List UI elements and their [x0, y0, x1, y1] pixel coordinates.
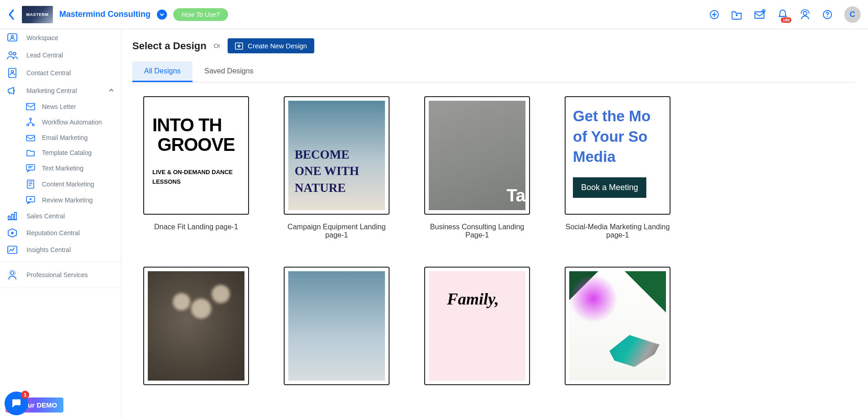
- design-thumbnail: Get the Mo of Your So Media Book a Meeti…: [565, 96, 670, 215]
- thumb-text: Get the Mo: [573, 106, 662, 127]
- svg-point-25: [10, 270, 16, 276]
- add-design-icon: [235, 42, 243, 50]
- svg-point-14: [27, 124, 29, 126]
- design-card-business-consulting[interactable]: Ta Business Consulting Landing Page-1: [424, 96, 530, 239]
- folder-heart-icon: [731, 10, 742, 20]
- create-btn-label: Create New Design: [248, 42, 307, 50]
- inbox-button[interactable]: [754, 9, 766, 20]
- svg-point-9: [13, 52, 16, 55]
- sub-item-template-catalog[interactable]: Template Catalog: [0, 145, 121, 160]
- sub-item-email-marketing[interactable]: Email Marketing: [0, 130, 121, 145]
- create-new-design-button[interactable]: Create New Design: [228, 38, 314, 53]
- sidebar-item-reputation-central[interactable]: Reputation Central: [0, 224, 121, 242]
- sidebar-item-marketing-central[interactable]: Marketing Central: [0, 82, 121, 99]
- insights-icon: [6, 245, 18, 254]
- favorites-button[interactable]: [731, 10, 742, 20]
- user-avatar[interactable]: C: [844, 6, 861, 23]
- sidebar-item-lead-central[interactable]: Lead Central: [0, 46, 121, 64]
- chat-badge: 1: [21, 391, 29, 399]
- svg-point-5: [827, 16, 828, 17]
- design-thumbnail: Family,: [424, 267, 530, 385]
- sub-item-newsletter[interactable]: News Letter: [0, 99, 121, 114]
- svg-rect-18: [27, 180, 34, 188]
- design-card-dance-fit[interactable]: INTO TH GROOVE LIVE & ON-DEMAND DANCE LE…: [143, 96, 249, 239]
- services-icon: [6, 269, 18, 280]
- design-card[interactable]: Family,: [424, 267, 530, 385]
- chevron-down-icon: [160, 12, 164, 17]
- sidebar-divider: [0, 262, 121, 262]
- sub-item-text-marketing[interactable]: Text Marketing: [0, 160, 121, 176]
- sidebar-item-workspace[interactable]: Workspace: [0, 29, 121, 46]
- design-card[interactable]: [565, 267, 670, 385]
- notifications-button[interactable]: 199: [778, 9, 788, 20]
- back-button[interactable]: [7, 8, 16, 21]
- svg-point-13: [30, 118, 31, 120]
- thumb-button: Book a Meeting: [573, 177, 646, 198]
- svg-point-11: [11, 71, 14, 73]
- sidebar-item-label: Workspace: [26, 34, 58, 41]
- brand-name[interactable]: Mastermind Consulting: [59, 10, 151, 19]
- thumb-text: Media: [573, 147, 662, 167]
- svg-rect-12: [26, 103, 35, 110]
- design-card[interactable]: [284, 267, 390, 385]
- svg-rect-1: [755, 12, 764, 18]
- sidebar: Workspace Lead Central Contact Central M…: [0, 29, 121, 418]
- app-header: MASTERM Mastermind Consulting How To Use…: [0, 0, 868, 29]
- design-grid: INTO TH GROOVE LIVE & ON-DEMAND DANCE LE…: [132, 96, 855, 385]
- page-title: Select a Design: [132, 40, 207, 52]
- sales-icon: [6, 212, 18, 221]
- how-to-use-button[interactable]: How To Use?: [173, 8, 228, 21]
- thumb-text: LESSONS: [152, 178, 240, 186]
- design-thumbnail: BECOME ONE WITH NATURE: [284, 96, 390, 215]
- thumb-text: BECOME ONE WITH NATURE: [295, 146, 379, 196]
- tab-all-designs[interactable]: All Designs: [132, 62, 192, 82]
- email-icon: [26, 134, 36, 141]
- svg-point-3: [803, 11, 807, 15]
- thumb-text: Family,: [447, 289, 515, 309]
- add-button[interactable]: [709, 10, 719, 20]
- reputation-icon: [6, 228, 18, 238]
- help-circle-icon: [822, 10, 832, 20]
- page-header: Select a Design Or Create New Design: [132, 38, 855, 53]
- svg-point-24: [11, 272, 14, 275]
- sidebar-item-insights-central[interactable]: Insights Central: [0, 242, 121, 258]
- chat-widget[interactable]: 1: [5, 392, 28, 415]
- design-thumbnail: [284, 267, 390, 385]
- sub-item-content-marketing[interactable]: Content Marketing: [0, 176, 121, 192]
- thumb-text: of Your So: [573, 127, 662, 147]
- thumb-text: LIVE & ON-DEMAND DANCE: [152, 168, 240, 176]
- svg-point-7: [11, 36, 14, 38]
- sidebar-item-label: Insights Central: [26, 246, 71, 253]
- main-content: Select a Design Or Create New Design All…: [121, 29, 868, 418]
- design-thumbnail: Ta: [424, 96, 530, 215]
- leads-icon: [6, 50, 18, 60]
- design-label: Campaign Equipment Landing page-1: [284, 223, 390, 239]
- sidebar-item-label: Marketing Central: [26, 87, 77, 94]
- brand-dropdown[interactable]: [157, 10, 167, 20]
- newsletter-icon: [26, 103, 36, 110]
- design-card-social-media-marketing[interactable]: Get the Mo of Your So Media Book a Meeti…: [565, 96, 670, 239]
- sub-item-review-marketing[interactable]: Review Marketing: [0, 192, 121, 208]
- thumb-text: Ta: [506, 186, 525, 206]
- tab-saved-designs[interactable]: Saved Designs: [192, 62, 265, 82]
- sub-item-workflow[interactable]: Workflow Automation: [0, 114, 121, 130]
- svg-rect-20: [8, 216, 10, 220]
- support-button[interactable]: [800, 9, 811, 20]
- sidebar-item-label: Sales Central: [26, 212, 65, 220]
- sub-item-label: Template Catalog: [42, 149, 92, 156]
- brand-logo: MASTERM: [22, 6, 53, 23]
- sub-item-label: Text Marketing: [42, 165, 83, 172]
- svg-point-15: [32, 124, 34, 126]
- help-button[interactable]: [822, 10, 832, 20]
- catalog-icon: [26, 149, 36, 157]
- design-card[interactable]: [143, 267, 249, 385]
- sidebar-item-professional-services[interactable]: Professional Services: [0, 266, 121, 284]
- design-card-campaign-equipment[interactable]: BECOME ONE WITH NATURE Campaign Equipmen…: [284, 96, 390, 239]
- sidebar-item-sales-central[interactable]: Sales Central: [0, 208, 121, 224]
- sidebar-item-contact-central[interactable]: Contact Central: [0, 64, 121, 82]
- contact-icon: [6, 67, 18, 78]
- svg-rect-21: [11, 214, 13, 220]
- sub-item-label: Content Marketing: [42, 181, 94, 188]
- design-tabs: All Designs Saved Designs: [132, 62, 855, 83]
- sidebar-item-label: Lead Central: [26, 52, 63, 59]
